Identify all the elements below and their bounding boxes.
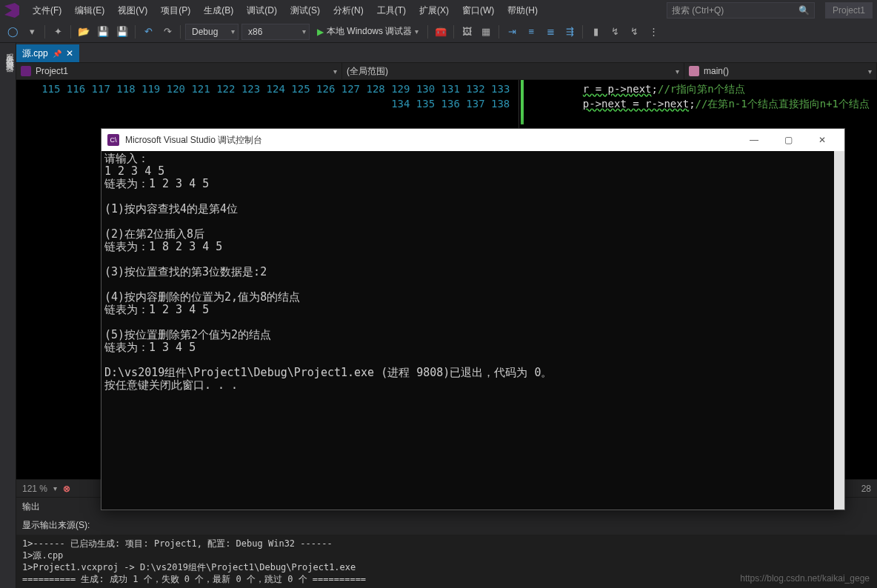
- step-icon-3[interactable]: ≣: [542, 24, 558, 40]
- menu-analyze[interactable]: 分析(N): [327, 1, 370, 20]
- toolbox-icon-1[interactable]: 🧰: [433, 24, 449, 40]
- open-icon[interactable]: 📂: [76, 24, 92, 40]
- menu-build[interactable]: 生成(B): [198, 1, 239, 20]
- console-output[interactable]: 请输入： 1 2 3 4 5 链表为：1 2 3 4 5 (1)按内容查找4的是…: [101, 151, 844, 510]
- menu-bar: 文件(F) 编辑(E) 视图(V) 项目(P) 生成(B) 调试(D) 测试(S…: [0, 0, 877, 21]
- undo-icon[interactable]: ↶: [140, 24, 156, 40]
- function-icon: [689, 66, 699, 76]
- column-indicator: 28: [861, 484, 871, 494]
- run-button[interactable]: ▶ 本地 Windows 调试器 ▾: [313, 24, 423, 39]
- search-box[interactable]: 搜索 (Ctrl+Q) 🔍: [667, 2, 815, 19]
- nav-function[interactable]: main(): [684, 63, 877, 79]
- vs-logo: [4, 3, 19, 18]
- run-label: 本地 Windows 调试器: [327, 25, 412, 38]
- project-icon: [21, 66, 31, 76]
- step-icon-2[interactable]: ≡: [523, 24, 539, 40]
- misc-icon-1[interactable]: ↯: [607, 24, 623, 40]
- platform-dropdown[interactable]: x86: [241, 24, 310, 40]
- close-button[interactable]: ✕: [806, 130, 838, 150]
- menu-debug[interactable]: 调试(D): [241, 1, 283, 20]
- project-name: Project1: [825, 2, 873, 19]
- step-icon-4[interactable]: ⇶: [561, 24, 578, 40]
- pin-icon[interactable]: 📌: [53, 50, 61, 58]
- save-icon[interactable]: 💾: [95, 24, 111, 40]
- redo-icon[interactable]: ↷: [159, 24, 176, 40]
- maximize-button[interactable]: ▢: [772, 130, 804, 150]
- menu-file[interactable]: 文件(F): [27, 1, 67, 20]
- output-source-label: 显示输出来源(S):: [22, 519, 90, 532]
- tab-label: 源.cpp: [22, 47, 48, 60]
- menu-help[interactable]: 帮助(H): [501, 1, 544, 20]
- debug-console-window[interactable]: C\ Microsoft Visual Studio 调试控制台 — ▢ ✕ 请…: [101, 128, 845, 510]
- toolbox-icon-2[interactable]: 🖼: [458, 24, 475, 40]
- misc-icon-2[interactable]: ↯: [626, 24, 642, 40]
- nav-project[interactable]: Project1: [16, 63, 342, 79]
- bookmark-icon[interactable]: ▮: [587, 24, 604, 40]
- nav-fwd-icon[interactable]: ▾: [24, 24, 40, 40]
- watermark: https://blog.csdn.net/kaikai_gege: [740, 573, 870, 584]
- minimize-button[interactable]: —: [738, 130, 770, 150]
- step-icon-1[interactable]: ⇥: [504, 24, 520, 40]
- new-item-icon[interactable]: ✦: [50, 24, 66, 40]
- menu-edit[interactable]: 编辑(E): [69, 1, 110, 20]
- toolbox-icon-3[interactable]: ▦: [478, 24, 494, 40]
- console-titlebar[interactable]: C\ Microsoft Visual Studio 调试控制台 — ▢ ✕: [101, 129, 844, 151]
- document-tab-bar: 源.cpp 📌 ✕: [16, 43, 877, 62]
- nav-bar: Project1 (全局范围) main(): [16, 62, 877, 80]
- document-tab[interactable]: 源.cpp 📌 ✕: [16, 44, 79, 62]
- nav-scope[interactable]: (全局范围): [342, 63, 684, 79]
- config-dropdown[interactable]: Debug: [185, 24, 239, 40]
- menu-test[interactable]: 测试(S): [284, 1, 326, 20]
- misc-icon-3[interactable]: ⋮: [645, 24, 661, 40]
- search-icon: 🔍: [798, 5, 810, 16]
- console-title-text: Microsoft Visual Studio 调试控制台: [125, 134, 262, 147]
- menu-project[interactable]: 项目(P): [155, 1, 196, 20]
- zoom-level[interactable]: 121 %: [22, 484, 47, 494]
- close-icon[interactable]: ✕: [66, 48, 73, 59]
- menu-view[interactable]: 视图(V): [112, 1, 153, 20]
- nav-back-icon[interactable]: ◯: [4, 24, 21, 40]
- menu-tools[interactable]: 工具(T): [371, 1, 412, 20]
- menu-extensions[interactable]: 扩展(X): [413, 1, 455, 20]
- side-tool-well: 服务器资源管理器 工具箱: [0, 43, 16, 588]
- error-icon[interactable]: ⊗: [63, 484, 70, 494]
- save-all-icon[interactable]: 💾: [114, 24, 130, 40]
- play-icon: ▶: [317, 27, 324, 37]
- toolbar: ◯ ▾ ✦ 📂 💾 💾 ↶ ↷ Debug x86 ▶ 本地 Windows 调…: [0, 21, 877, 43]
- side-tab-server-explorer[interactable]: 服务器资源管理器: [4, 47, 16, 588]
- console-app-icon: C\: [107, 134, 119, 146]
- menu-window[interactable]: 窗口(W): [456, 1, 500, 20]
- search-placeholder: 搜索 (Ctrl+Q): [672, 4, 724, 17]
